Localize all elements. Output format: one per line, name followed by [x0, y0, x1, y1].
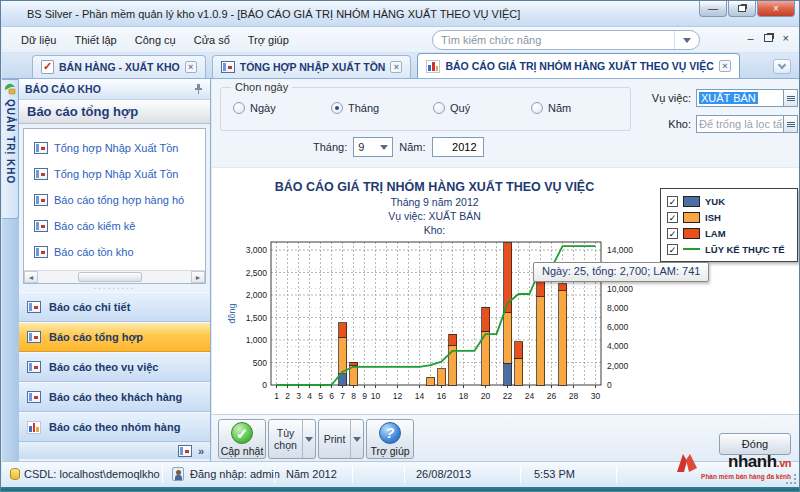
chart-title: BÁO CÁO GIÁ TRỊ NHÓM HÀNG XUẤT THEO VỤ V… [212, 180, 657, 194]
options-button[interactable]: Tùy chọn [268, 419, 316, 459]
tab-close-icon[interactable]: × [719, 60, 731, 72]
tab-bao-cao-gia-tri[interactable]: BÁO CÁO GIÁ TRỊ NHÓM HÀNG XUẤT THEO VỤ V… [417, 53, 739, 78]
year-label: Năm: [399, 141, 425, 153]
svg-text:10,000: 10,000 [607, 284, 633, 294]
tree-item-label: Báo cáo tồn kho [54, 246, 134, 258]
legend-checkbox[interactable]: ✓ [667, 228, 678, 239]
menu-window[interactable]: Cửa sổ [185, 31, 239, 49]
maximize-button[interactable] [728, 1, 756, 17]
nav-bao-cao-tong-hop[interactable]: Báo cáo tổng hợp [19, 322, 210, 352]
legend-checkbox[interactable]: ✓ [667, 212, 678, 223]
tab-tong-hop-nhap-xuat-ton[interactable]: TỔNG HỢP NHẬP XUẤT TỒN × [212, 55, 412, 78]
case-value: XUẤT BÁN [699, 92, 758, 104]
mdi-minimize-button[interactable]: – [747, 32, 753, 44]
nav-bao-cao-theo-nhom-hang[interactable]: Báo cáo theo nhóm hàng [19, 412, 210, 442]
nhanh-vn-logo: nhanh.vn Phần mềm bán hàng đa kênh [621, 453, 791, 483]
tab-ban-hang-xuat-kho[interactable]: BÁN HÀNG - XUẤT KHO × [32, 55, 206, 78]
scrollbar-thumb[interactable] [78, 272, 142, 282]
stacked-bar-chart: 05001,0001,5002,0002,5003,00002,0004,000… [225, 230, 695, 410]
menu-settings[interactable]: Thiết lập [66, 31, 126, 49]
chart-plot-area[interactable]: 05001,0001,5002,0002,5003,00002,0004,000… [225, 230, 695, 410]
nav-item-label: Báo cáo theo vụ việc [49, 361, 158, 373]
update-button[interactable]: ✓ Cập nhật [218, 419, 266, 459]
window-title: BS Silver - Phần mềm quản lý kho v1.0.9 … [27, 8, 520, 20]
tree-item-bao-cao-kiem-ke[interactable]: Báo cáo kiểm kê [34, 213, 205, 239]
close-button[interactable]: × [757, 1, 795, 17]
tab-close-icon[interactable]: × [390, 61, 402, 73]
help-question-icon: ? [379, 422, 401, 444]
chart-region: BÁO CÁO GIÁ TRỊ NHÓM HÀNG XUẤT THEO VỤ V… [212, 167, 799, 414]
tab-list-chevron-button[interactable] [773, 59, 791, 74]
scroll-left-icon[interactable]: ◄ [24, 271, 38, 283]
minimize-button[interactable]: — [699, 1, 727, 17]
radio-year[interactable]: Năm [531, 102, 571, 114]
left-dock-strip: QUẢN TRỊ KHO [2, 79, 19, 461]
overflow-chevron-icon[interactable]: » [198, 445, 204, 457]
tree-item-tong-hop-nhap-xuat-ton-2[interactable]: Tổng hợp Nhập Xuất Tồn [34, 161, 205, 187]
svg-text:3: 3 [296, 391, 301, 401]
radio-month[interactable]: Tháng [331, 102, 379, 114]
search-dropdown-icon[interactable] [674, 31, 691, 49]
svg-text:8,000: 8,000 [607, 303, 629, 313]
tab-label: BÁN HÀNG - XUẤT KHO [59, 61, 180, 73]
app-icon [7, 7, 22, 20]
legend-row-luy-ke: ✓ LŨY KẾ THỰC TẾ [667, 241, 791, 257]
tree-item-label: Tổng hợp Nhập Xuất Tồn [54, 168, 178, 180]
tree-item-bao-cao-ton-kho[interactable]: Báo cáo tồn kho [34, 239, 205, 265]
logo-tagline: Phần mềm bán hàng đa kênh [701, 473, 791, 480]
radio-quarter[interactable]: Quý [433, 102, 470, 114]
nav-bao-cao-theo-vu-viec[interactable]: Báo cáo theo vụ việc [19, 352, 210, 382]
radio-label: Ngày [250, 102, 276, 114]
menu-data[interactable]: Dữ liệu [12, 31, 66, 49]
radio-icon [331, 102, 343, 114]
status-database: CSDL: localhost\demoqlkho [24, 468, 160, 480]
pin-icon[interactable] [193, 83, 204, 95]
radio-day[interactable]: Ngày [233, 102, 276, 114]
help-button[interactable]: ? Trợ giúp [366, 419, 414, 459]
dock-tab-quan-tri-kho[interactable]: QUẢN TRỊ KHO [2, 79, 19, 219]
legend-checkbox[interactable]: ✓ [667, 196, 678, 207]
tree-item-tong-hop-nhap-xuat-ton-1[interactable]: Tổng hợp Nhập Xuất Tồn [34, 135, 205, 161]
svg-text:2,000: 2,000 [246, 290, 268, 300]
report-sidebar: BÁO CÁO KHO Báo cáo tổng hợp Tổng hợp Nh… [19, 79, 211, 461]
sidebar-splitter[interactable]: ········· [19, 284, 210, 292]
tree-horizontal-scrollbar[interactable]: ◄ ► [24, 270, 205, 283]
legend-swatch [683, 196, 700, 207]
status-login: Đăng nhập: admin [190, 468, 280, 480]
report-icon [34, 194, 48, 206]
case-dropdown-button[interactable] [784, 89, 798, 107]
form-icon [178, 445, 192, 457]
menu-help[interactable]: Trợ giúp [239, 31, 298, 49]
print-dropdown-icon[interactable] [350, 420, 363, 458]
case-combobox[interactable]: XUẤT BÁN [696, 89, 784, 107]
function-search-input[interactable]: Tìm kiếm chức năng [432, 30, 700, 50]
month-value: 9 [358, 141, 364, 153]
warehouse-combobox[interactable]: Để trống là lọc tất cả [696, 115, 784, 133]
mdi-restore-button[interactable] [764, 34, 773, 42]
warehouse-dropdown-button[interactable] [784, 115, 798, 133]
svg-text:14: 14 [415, 391, 425, 401]
year-input[interactable] [432, 137, 484, 157]
warehouse-admin-icon [4, 83, 16, 95]
mdi-close-button[interactable]: × [783, 32, 789, 44]
tree-item-label: Báo cáo tổng hợp hàng hó [54, 194, 184, 206]
tab-close-icon[interactable]: × [185, 61, 197, 73]
nav-bao-cao-theo-khach-hang[interactable]: Báo cáo theo khách hàng [19, 382, 210, 412]
nav-overflow-strip[interactable]: » [19, 442, 210, 459]
scroll-right-icon[interactable]: ► [191, 271, 205, 283]
tree-item-bao-cao-tong-hop-hang-hoa[interactable]: Báo cáo tổng hợp hàng hó [34, 187, 205, 213]
legend-checkbox[interactable]: ✓ [667, 244, 678, 255]
menu-tools[interactable]: Công cụ [126, 31, 185, 49]
bar-chart-icon [27, 421, 41, 434]
warehouse-label: Kho: [631, 118, 691, 130]
logo-name: nhanh [728, 452, 777, 471]
legend-swatch [683, 228, 700, 239]
nav-bao-cao-chi-tiet[interactable]: Báo cáo chi tiết [19, 292, 210, 322]
options-dropdown-icon[interactable] [302, 420, 315, 458]
tab-label: TỔNG HỢP NHẬP XUẤT TỒN [240, 61, 386, 73]
print-button[interactable]: Print [318, 419, 364, 459]
month-select[interactable]: 9 [353, 137, 393, 157]
svg-text:12: 12 [393, 391, 403, 401]
svg-text:7: 7 [340, 391, 345, 401]
svg-text:24: 24 [525, 391, 535, 401]
